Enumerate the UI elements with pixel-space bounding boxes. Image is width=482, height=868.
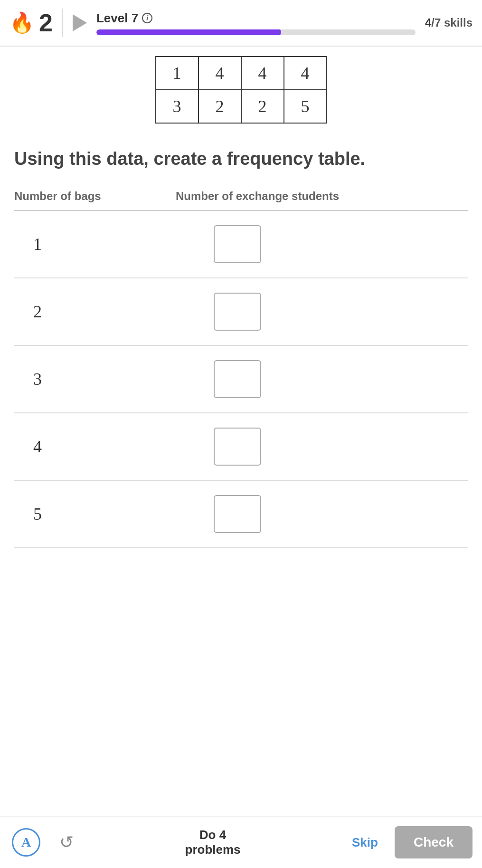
header-left: 🔥 2 [9,9,53,37]
freq-bags-1: 2 [14,302,176,322]
data-table-section: 14443225 [0,47,482,128]
do-problems-line2: problems [90,842,335,857]
data-cell-0-3: 4 [284,57,327,90]
data-cell-1-2: 2 [241,90,284,123]
freq-bags-2: 3 [14,369,176,389]
freq-bags-4: 5 [14,504,176,524]
col-header-students: Number of exchange students [176,190,468,203]
play-icon[interactable] [73,14,87,31]
avatar-button[interactable]: A [9,826,43,859]
freq-table-header: Number of bags Number of exchange studen… [14,190,468,210]
do-problems-text: Do 4 problems [90,828,335,857]
data-table: 14443225 [155,56,327,124]
skills-label: /7 skills [431,16,473,29]
avatar-icon: A [12,828,40,857]
data-cell-1-0: 3 [156,90,198,123]
answer-input-0[interactable] [214,225,261,263]
freq-students-col-3 [176,428,468,466]
check-button[interactable]: Check [395,826,473,858]
streak-number: 2 [39,9,53,37]
freq-bags-3: 4 [14,437,176,457]
freq-students-col-0 [176,225,468,263]
freq-row: 3 [14,346,468,413]
bottom-bar: A ↺ Do 4 problems Skip Check [0,816,482,868]
freq-row: 1 [14,211,468,278]
do-problems-line1: Do 4 [90,828,335,842]
level-section: Level 7 i [96,11,416,35]
answer-input-1[interactable] [214,293,261,331]
data-cell-1-1: 2 [198,90,241,123]
instruction-section: Using this data, create a frequency tabl… [0,128,482,180]
level-title: Level 7 i [96,11,416,26]
refresh-icon: ↺ [59,832,74,852]
freq-row: 4 [14,413,468,481]
refresh-button[interactable]: ↺ [50,826,83,859]
freq-students-col-1 [176,293,468,331]
freq-students-col-4 [176,495,468,533]
skills-current: 4 [425,16,431,29]
instruction-text: Using this data, create a frequency tabl… [14,147,468,171]
answer-input-3[interactable] [214,428,261,466]
freq-bags-0: 1 [14,234,176,254]
data-cell-0-0: 1 [156,57,198,90]
level-label: Level 7 [96,11,138,26]
flame-icon: 🔥 [9,13,34,33]
skip-button[interactable]: Skip [342,830,387,855]
answer-input-4[interactable] [214,495,261,533]
progress-bar-container [96,29,416,35]
info-icon[interactable]: i [142,13,152,23]
freq-students-col-2 [176,360,468,398]
data-cell-0-2: 4 [241,57,284,90]
data-cell-1-3: 5 [284,90,327,123]
progress-bar-fill [96,29,278,35]
skills-text: 4/7 skills [425,16,473,29]
answer-input-2[interactable] [214,360,261,398]
header-divider [62,9,63,37]
frequency-table-section: Number of bags Number of exchange studen… [0,180,482,558]
freq-row: 2 [14,278,468,346]
header: 🔥 2 Level 7 i 4/7 skills [0,0,482,47]
freq-rows-container: 12345 [14,211,468,548]
col-header-bags: Number of bags [14,190,176,203]
freq-row: 5 [14,481,468,548]
data-cell-0-1: 4 [198,57,241,90]
